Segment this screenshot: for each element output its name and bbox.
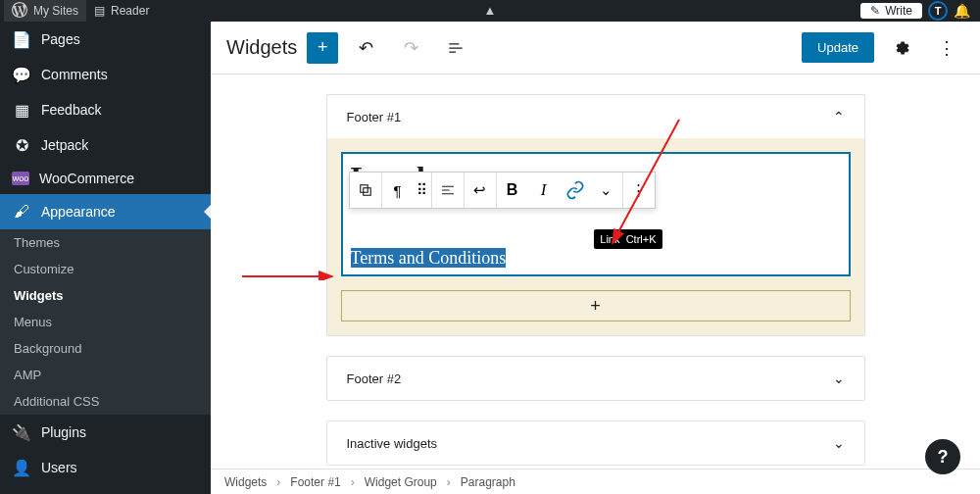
link-button[interactable]	[560, 173, 591, 208]
sidebar-item-label: Comments	[41, 67, 108, 82]
widget-area-inactive: Inactive widgets ⌄	[326, 420, 865, 466]
jetpack-icon: ✪	[12, 135, 31, 155]
admin-sidebar: 📄 Pages 💬 Comments ▦ Feedback ✪ Jetpack …	[0, 22, 211, 494]
submenu-additional-css[interactable]: Additional CSS	[0, 388, 211, 415]
bold-button[interactable]: B	[497, 173, 528, 208]
avatar[interactable]: T	[928, 1, 948, 21]
submenu-menus[interactable]: Menus	[0, 309, 211, 335]
pencil-icon: ✎	[870, 4, 880, 18]
sidebar-item-label: Appearance	[41, 204, 116, 220]
chevron-up-icon: ⌃	[833, 109, 845, 124]
submenu-customize[interactable]: Customize	[0, 256, 211, 282]
plugins-icon: 🔌	[12, 422, 31, 442]
widget-area-footer-2: Footer #2 ⌄	[326, 356, 865, 401]
sidebar-item-feedback[interactable]: ▦ Feedback	[0, 92, 211, 127]
help-button[interactable]: ?	[925, 439, 960, 474]
chevron-down-icon: ⌄	[833, 370, 845, 386]
sidebar-item-comments[interactable]: 💬 Comments	[0, 57, 211, 92]
breadcrumb-item[interactable]: Footer #1	[290, 475, 340, 489]
redo-button[interactable]: ↷	[393, 30, 428, 66]
sidebar-item-jetpack[interactable]: ✪ Jetpack	[0, 127, 211, 163]
widget-area-header[interactable]: Footer #2 ⌄	[327, 357, 864, 400]
sidebar-item-label: Pages	[41, 31, 80, 47]
write-label: Write	[885, 4, 912, 18]
paragraph-selected-text: Terms and Conditions	[351, 248, 507, 268]
svg-rect-0	[360, 185, 368, 193]
sidebar-item-label: Feedback	[41, 102, 101, 118]
breadcrumb-item[interactable]: Widget Group	[365, 475, 437, 489]
reader-btn[interactable]: ▤ Reader	[86, 0, 157, 22]
chevron-right-icon: ›	[351, 475, 355, 489]
comments-icon: 💬	[12, 65, 31, 84]
text-direction-button[interactable]: ↩	[465, 173, 496, 208]
chevron-right-icon: ›	[447, 475, 451, 489]
appearance-submenu: Themes Customize Widgets Menus Backgroun…	[0, 229, 211, 415]
my-sites-label: My Sites	[33, 4, 78, 18]
breadcrumb-item[interactable]: Widgets	[224, 475, 267, 489]
breadcrumb-item[interactable]: Paragraph	[461, 475, 515, 489]
block-appender-button[interactable]: +	[341, 290, 851, 321]
admin-bar: My Sites ▤ Reader ▲ ✎ Write T 🔔	[0, 0, 980, 22]
widget-area-title: Footer #1	[347, 110, 402, 124]
editor-main: Widgets + ↶ ↷ Update ⋮ Footer #1 ⌃	[211, 22, 980, 494]
sidebar-item-users[interactable]: 👤 Users	[0, 450, 211, 485]
list-view-button[interactable]	[438, 30, 473, 66]
reader-label: Reader	[111, 4, 149, 18]
annotation-arrow	[603, 118, 681, 250]
submenu-themes[interactable]: Themes	[0, 229, 211, 256]
sidebar-item-label: WooCommerce	[39, 171, 134, 186]
update-button[interactable]: Update	[802, 32, 874, 63]
move-handle-button[interactable]: ⠿	[414, 173, 431, 208]
widget-area-header[interactable]: Footer #1 ⌃	[327, 95, 864, 138]
paragraph-transform-button[interactable]: ¶	[382, 173, 414, 208]
drag-handle-button[interactable]	[350, 173, 381, 208]
notifications-icon[interactable]: 🔔	[954, 3, 970, 19]
users-icon: 👤	[12, 458, 31, 477]
svg-line-3	[612, 120, 679, 243]
annotation-arrow	[240, 251, 338, 280]
settings-button[interactable]	[884, 30, 919, 66]
add-block-button[interactable]: +	[307, 32, 338, 64]
widget-area-title: Inactive widgets	[347, 436, 438, 451]
reader-icon: ▤	[94, 4, 105, 18]
submenu-widgets[interactable]: Widgets	[0, 282, 211, 309]
sidebar-item-label: Jetpack	[41, 137, 88, 153]
sidebar-item-woocommerce[interactable]: woo WooCommerce	[0, 163, 211, 194]
page-title: Widgets	[226, 36, 297, 59]
sidebar-item-label: Plugins	[41, 424, 86, 440]
widget-area-body: Legal ¶ ⠿	[327, 138, 864, 335]
widget-group-block[interactable]: Legal ¶ ⠿	[341, 152, 851, 276]
write-btn[interactable]: ✎ Write	[860, 3, 922, 19]
block-breadcrumb: Widgets › Footer #1 › Widget Group › Par…	[211, 469, 980, 494]
woo-icon: woo	[12, 172, 29, 185]
up-icon[interactable]: ▲	[484, 3, 497, 18]
feedback-icon: ▦	[12, 100, 31, 120]
sidebar-item-appearance[interactable]: 🖌 Appearance	[0, 194, 211, 229]
wordpress-icon	[12, 2, 27, 21]
italic-button[interactable]: I	[528, 173, 560, 208]
submenu-amp[interactable]: AMP	[0, 362, 211, 388]
my-sites-btn[interactable]: My Sites	[4, 0, 86, 22]
submenu-background[interactable]: Background	[0, 335, 211, 362]
pages-icon: 📄	[12, 29, 31, 49]
options-button[interactable]: ⋮	[929, 30, 964, 66]
widget-area-header[interactable]: Inactive widgets ⌄	[327, 421, 864, 465]
paragraph-block[interactable]: Terms and Conditions	[346, 245, 846, 272]
editor-topbar: Widgets + ↶ ↷ Update ⋮	[211, 22, 980, 74]
widget-area-title: Footer #2	[347, 371, 402, 386]
widget-area-footer-1: Footer #1 ⌃ Legal	[326, 94, 865, 336]
align-button[interactable]	[432, 173, 464, 208]
sidebar-item-pages[interactable]: 📄 Pages	[0, 22, 211, 57]
chevron-down-icon: ⌄	[833, 435, 845, 451]
svg-rect-1	[363, 188, 370, 196]
sidebar-item-tools[interactable]: 🔧 Tools	[0, 485, 211, 494]
chevron-right-icon: ›	[276, 475, 280, 489]
sidebar-item-label: Users	[41, 460, 77, 475]
sidebar-item-plugins[interactable]: 🔌 Plugins	[0, 415, 211, 450]
undo-button[interactable]: ↶	[348, 30, 383, 66]
appearance-icon: 🖌	[12, 202, 31, 222]
